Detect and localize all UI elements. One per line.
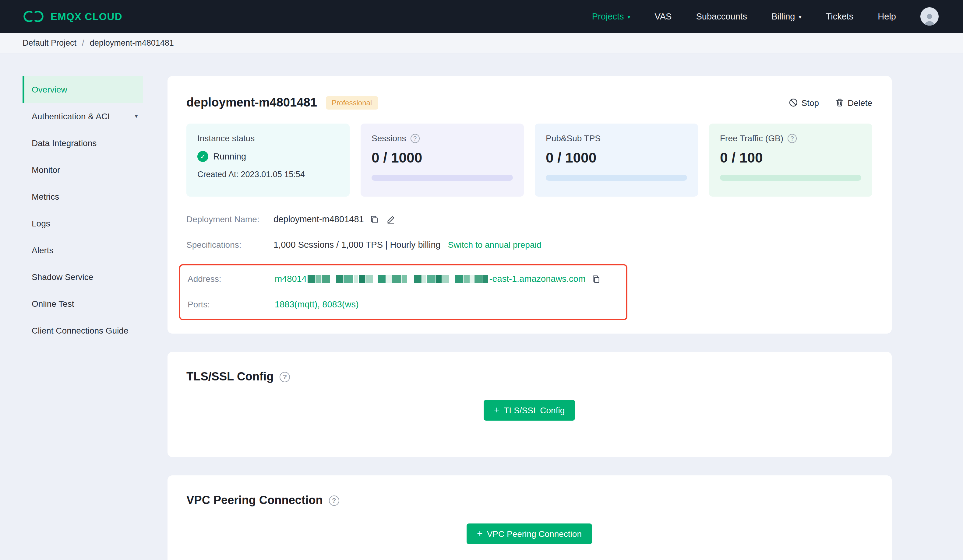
specifications-value: 1,000 Sessions / 1,000 TPS | Hourly bill… bbox=[274, 240, 441, 249]
nav-tickets-label: Tickets bbox=[826, 11, 854, 21]
copy-icon bbox=[370, 215, 379, 224]
sidebar-item-label: Authentication & ACL bbox=[32, 112, 112, 121]
vpc-peering-card: VPC Peering Connection ? + VPC Peering C… bbox=[167, 476, 892, 560]
nav-help[interactable]: Help bbox=[878, 11, 896, 21]
sidebar: Overview Authentication & ACL ▾ Data Int… bbox=[23, 76, 143, 560]
chevron-down-icon: ▾ bbox=[627, 14, 630, 20]
person-icon bbox=[922, 11, 937, 26]
specifications-row: Specifications: 1,000 Sessions / 1,000 T… bbox=[186, 239, 872, 251]
plus-icon: + bbox=[494, 405, 500, 415]
sidebar-item-monitor[interactable]: Monitor bbox=[23, 157, 143, 183]
sidebar-item-label: Monitor bbox=[32, 165, 60, 175]
switch-annual-prepaid-link[interactable]: Switch to annual prepaid bbox=[448, 240, 541, 249]
nav-billing[interactable]: Billing ▾ bbox=[772, 11, 801, 21]
tps-progress-bar bbox=[546, 175, 687, 181]
ports-row: Ports: 1883(mqtt), 8083(ws) bbox=[188, 298, 626, 311]
edit-deployment-name-button[interactable] bbox=[386, 215, 396, 224]
stat-sessions: Sessions ? 0 / 1000 bbox=[361, 123, 524, 197]
ports-value: 1883(mqtt), 8083(ws) bbox=[275, 299, 359, 309]
traffic-value: 0 / 100 bbox=[720, 150, 861, 166]
nav-vas-label: VAS bbox=[655, 11, 672, 21]
breadcrumb-project[interactable]: Default Project bbox=[23, 38, 76, 47]
sidebar-item-data-integrations[interactable]: Data Integrations bbox=[23, 129, 143, 157]
deployment-title-row: deployment-m4801481 Professional Stop bbox=[186, 95, 872, 110]
address-row: Address: m48014-east-1.amazonaws.com bbox=[188, 273, 626, 285]
tls-ssl-card: TLS/SSL Config ? + TLS/SSL Config bbox=[167, 352, 892, 457]
vpc-peering-title: VPC Peering Connection bbox=[186, 494, 323, 507]
user-avatar[interactable] bbox=[920, 7, 939, 26]
specifications-label: Specifications: bbox=[186, 240, 274, 249]
traffic-progress-bar bbox=[720, 175, 861, 181]
copy-address-button[interactable] bbox=[592, 274, 601, 283]
instance-status-label: Instance status bbox=[197, 133, 339, 143]
check-circle-icon: ✓ bbox=[197, 151, 208, 162]
chevron-down-icon: ▾ bbox=[135, 113, 138, 119]
nav-projects[interactable]: Projects ▾ bbox=[592, 11, 631, 21]
add-vpc-peering-button[interactable]: + VPC Peering Connection bbox=[467, 523, 592, 544]
address-value: m48014-east-1.amazonaws.com bbox=[275, 274, 586, 284]
deployment-overview-card: deployment-m4801481 Professional Stop bbox=[167, 76, 892, 333]
sidebar-item-label: Alerts bbox=[32, 245, 54, 255]
sidebar-item-metrics[interactable]: Metrics bbox=[23, 183, 143, 210]
question-icon[interactable]: ? bbox=[329, 495, 339, 505]
deployment-title: deployment-m4801481 bbox=[186, 95, 317, 110]
instance-status-row: ✓ Running bbox=[197, 151, 339, 162]
stop-button[interactable]: Stop bbox=[788, 98, 819, 107]
nav-tickets[interactable]: Tickets bbox=[826, 11, 854, 21]
sidebar-item-client-connections-guide[interactable]: Client Connections Guide bbox=[23, 317, 143, 344]
trash-icon bbox=[835, 98, 844, 107]
breadcrumb: Default Project / deployment-m4801481 bbox=[0, 33, 963, 53]
tls-ssl-title: TLS/SSL Config bbox=[186, 370, 274, 384]
question-icon[interactable]: ? bbox=[280, 372, 290, 382]
sidebar-item-logs[interactable]: Logs bbox=[23, 210, 143, 237]
nav-vas[interactable]: VAS bbox=[655, 11, 672, 21]
sidebar-item-overview[interactable]: Overview bbox=[23, 76, 143, 103]
sidebar-item-online-test[interactable]: Online Test bbox=[23, 290, 143, 317]
sidebar-item-label: Overview bbox=[32, 84, 67, 94]
deployment-name-label: Deployment Name: bbox=[186, 214, 274, 224]
stop-label: Stop bbox=[801, 98, 819, 107]
nav-links: Projects ▾ VAS Subaccounts Billing ▾ Tic… bbox=[592, 7, 939, 26]
stat-free-traffic: Free Traffic (GB) ? 0 / 100 bbox=[709, 123, 872, 197]
sidebar-item-label: Shadow Service bbox=[32, 272, 93, 282]
sidebar-item-authentication-acl[interactable]: Authentication & ACL ▾ bbox=[23, 103, 143, 129]
add-vpc-peering-label: VPC Peering Connection bbox=[487, 529, 582, 539]
delete-label: Delete bbox=[848, 98, 872, 107]
plus-icon: + bbox=[477, 529, 483, 539]
tps-value: 0 / 1000 bbox=[546, 150, 687, 166]
sidebar-item-alerts[interactable]: Alerts bbox=[23, 237, 143, 264]
deployment-name-value: deployment-m4801481 bbox=[274, 214, 364, 224]
deployment-name-row: Deployment Name: deployment-m4801481 bbox=[186, 213, 872, 225]
nav-projects-label: Projects bbox=[592, 11, 624, 21]
question-icon[interactable]: ? bbox=[410, 134, 420, 143]
sidebar-item-shadow-service[interactable]: Shadow Service bbox=[23, 264, 143, 290]
nav-billing-label: Billing bbox=[772, 11, 795, 21]
sidebar-item-label: Client Connections Guide bbox=[32, 326, 128, 335]
copy-deployment-name-button[interactable] bbox=[370, 215, 379, 224]
breadcrumb-current: deployment-m4801481 bbox=[90, 38, 174, 47]
created-at: Created At: 2023.01.05 15:54 bbox=[197, 170, 339, 179]
sidebar-item-label: Online Test bbox=[32, 299, 74, 309]
delete-button[interactable]: Delete bbox=[835, 98, 872, 107]
address-label: Address: bbox=[188, 274, 275, 284]
add-tls-ssl-config-label: TLS/SSL Config bbox=[504, 405, 565, 415]
sessions-progress-bar bbox=[371, 175, 513, 181]
pencil-icon bbox=[386, 215, 396, 224]
add-tls-ssl-config-button[interactable]: + TLS/SSL Config bbox=[484, 400, 575, 421]
address-highlight-annotation: Address: m48014-east-1.amazonaws.com bbox=[179, 264, 627, 320]
deployment-details: Deployment Name: deployment-m4801481 bbox=[186, 213, 872, 320]
stat-instance-status: Instance status ✓ Running Created At: 20… bbox=[186, 123, 350, 197]
address-suffix: -east-1.amazonaws.com bbox=[490, 274, 586, 284]
question-icon[interactable]: ? bbox=[788, 134, 797, 143]
stop-icon bbox=[788, 98, 798, 107]
page: EMQX CLOUD Projects ▾ VAS Subaccounts Bi… bbox=[0, 0, 963, 560]
tps-label: Pub&Sub TPS bbox=[546, 133, 601, 143]
brand-logo[interactable]: EMQX CLOUD bbox=[23, 10, 122, 23]
nav-subaccounts[interactable]: Subaccounts bbox=[696, 11, 747, 21]
address-redacted bbox=[308, 275, 488, 283]
brand-name: EMQX CLOUD bbox=[50, 11, 122, 22]
nav-subaccounts-label: Subaccounts bbox=[696, 11, 747, 21]
plan-badge: Professional bbox=[326, 96, 378, 109]
chevron-down-icon: ▾ bbox=[799, 14, 802, 20]
address-prefix: m48014 bbox=[275, 274, 307, 284]
